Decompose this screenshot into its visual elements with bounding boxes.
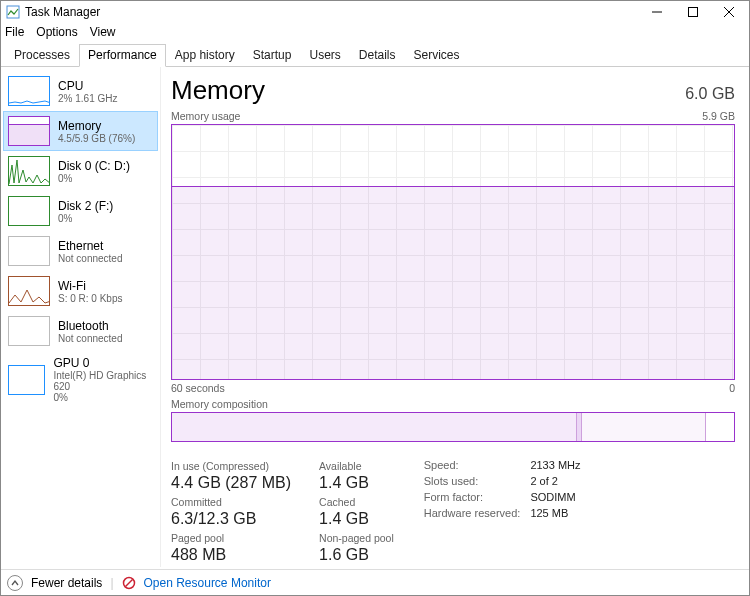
cached-label: Cached [319, 496, 394, 508]
menu-file[interactable]: File [5, 25, 24, 39]
bluetooth-sparkline-icon [8, 316, 50, 346]
tab-performance[interactable]: Performance [79, 44, 166, 67]
sidebar-item-sub: S: 0 R: 0 Kbps [58, 293, 122, 304]
sidebar-item-label: Disk 2 (F:) [58, 199, 113, 213]
perf-sidebar[interactable]: CPU 2% 1.61 GHz Memory 4.5/5.9 GB (76%) … [1, 67, 161, 567]
sidebar-item-label: Ethernet [58, 239, 123, 253]
hw-slots-label: Slots used: [424, 474, 529, 488]
sidebar-item-disk2[interactable]: Disk 2 (F:) 0% [3, 191, 158, 231]
sidebar-item-sub: Intel(R) HD Graphics 620 0% [53, 370, 153, 403]
ethernet-sparkline-icon [8, 236, 50, 266]
committed-label: Committed [171, 496, 291, 508]
app-icon [5, 4, 21, 20]
sidebar-item-sub: 0% [58, 173, 130, 184]
page-title: Memory [171, 75, 685, 106]
statusbar: Fewer details | Open Resource Monitor [1, 569, 749, 595]
tab-processes[interactable]: Processes [5, 44, 79, 67]
sidebar-item-gpu0[interactable]: GPU 0 Intel(R) HD Graphics 620 0% [3, 351, 158, 408]
memory-capacity: 6.0 GB [685, 85, 735, 103]
open-resource-monitor-link[interactable]: Open Resource Monitor [144, 576, 271, 590]
window-title: Task Manager [25, 5, 100, 19]
sidebar-item-cpu[interactable]: CPU 2% 1.61 GHz [3, 71, 158, 111]
sidebar-item-ethernet[interactable]: Ethernet Not connected [3, 231, 158, 271]
sidebar-item-sub: 0% [58, 213, 113, 224]
svg-line-6 [125, 579, 132, 586]
available-label: Available [319, 460, 394, 472]
inuse-label: In use (Compressed) [171, 460, 291, 472]
hw-speed-label: Speed: [424, 458, 529, 472]
main-panel: Memory 6.0 GB Memory usage 5.9 GB 60 sec… [161, 67, 749, 567]
menu-view[interactable]: View [90, 25, 116, 39]
tab-services[interactable]: Services [405, 44, 469, 67]
svg-rect-2 [689, 8, 698, 17]
fewer-details-button[interactable]: Fewer details [31, 576, 102, 590]
close-button[interactable] [711, 1, 747, 23]
memory-sparkline-icon [8, 116, 50, 146]
content: CPU 2% 1.61 GHz Memory 4.5/5.9 GB (76%) … [1, 67, 749, 567]
tab-bar: Processes Performance App history Startu… [1, 43, 749, 67]
sidebar-item-label: Bluetooth [58, 319, 123, 333]
sidebar-item-sub: Not connected [58, 253, 123, 264]
axis-left: 60 seconds [171, 382, 225, 394]
paged-value: 488 MB [171, 546, 291, 564]
composition-label: Memory composition [171, 398, 735, 410]
sidebar-item-disk0[interactable]: Disk 0 (C: D:) 0% [3, 151, 158, 191]
hw-form-value: SODIMM [530, 490, 588, 504]
sidebar-item-label: GPU 0 [53, 356, 153, 370]
tab-startup[interactable]: Startup [244, 44, 301, 67]
memory-usage-graph[interactable] [171, 124, 735, 380]
chevron-up-icon[interactable] [7, 575, 23, 591]
sidebar-item-label: Disk 0 (C: D:) [58, 159, 130, 173]
gpu-sparkline-icon [8, 365, 45, 395]
committed-value: 6.3/12.3 GB [171, 510, 291, 528]
menu-options[interactable]: Options [36, 25, 77, 39]
sidebar-item-memory[interactable]: Memory 4.5/5.9 GB (76%) [3, 111, 158, 151]
resource-monitor-icon [122, 576, 136, 590]
memory-stats: In use (Compressed) 4.4 GB (287 MB) Comm… [171, 456, 735, 564]
inuse-value: 4.4 GB (287 MB) [171, 474, 291, 492]
nonpaged-value: 1.6 GB [319, 546, 394, 564]
paged-label: Paged pool [171, 532, 291, 544]
usage-max: 5.9 GB [702, 110, 735, 122]
cpu-sparkline-icon [8, 76, 50, 106]
sidebar-item-label: Wi-Fi [58, 279, 122, 293]
sidebar-item-wifi[interactable]: Wi-Fi S: 0 R: 0 Kbps [3, 271, 158, 311]
disk-sparkline-icon [8, 156, 50, 186]
maximize-button[interactable] [675, 1, 711, 23]
axis-right: 0 [729, 382, 735, 394]
svg-rect-0 [7, 6, 19, 18]
hw-form-label: Form factor: [424, 490, 529, 504]
sidebar-item-label: Memory [58, 119, 135, 133]
hw-reserved-value: 125 MB [530, 506, 588, 520]
available-value: 1.4 GB [319, 474, 394, 492]
tab-users[interactable]: Users [300, 44, 349, 67]
cached-value: 1.4 GB [319, 510, 394, 528]
hw-slots-value: 2 of 2 [530, 474, 588, 488]
sidebar-item-sub: 2% 1.61 GHz [58, 93, 117, 104]
sidebar-item-sub: 4.5/5.9 GB (76%) [58, 133, 135, 144]
disk-sparkline-icon [8, 196, 50, 226]
hw-speed-value: 2133 MHz [530, 458, 588, 472]
sidebar-item-sub: Not connected [58, 333, 123, 344]
tab-details[interactable]: Details [350, 44, 405, 67]
minimize-button[interactable] [639, 1, 675, 23]
memory-composition-graph[interactable] [171, 412, 735, 442]
usage-label: Memory usage [171, 110, 240, 122]
menubar: File Options View [1, 23, 749, 41]
sidebar-item-label: CPU [58, 79, 117, 93]
sidebar-item-bluetooth[interactable]: Bluetooth Not connected [3, 311, 158, 351]
nonpaged-label: Non-paged pool [319, 532, 394, 544]
hw-reserved-label: Hardware reserved: [424, 506, 529, 520]
wifi-sparkline-icon [8, 276, 50, 306]
tab-apphistory[interactable]: App history [166, 44, 244, 67]
titlebar: Task Manager [1, 1, 749, 23]
